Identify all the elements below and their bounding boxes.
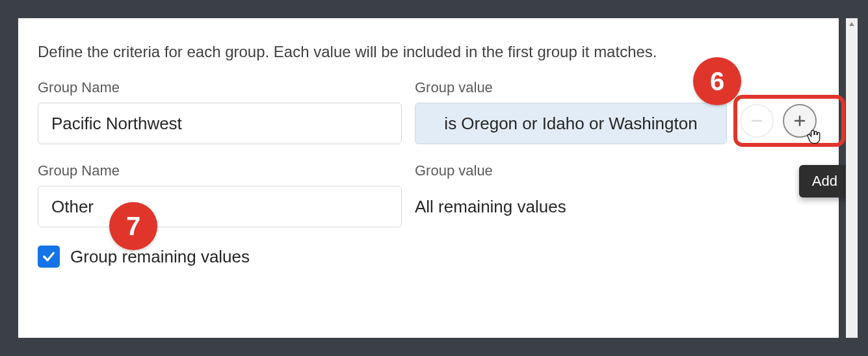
group-remaining-row: Group remaining values xyxy=(38,246,819,268)
instruction-text: Define the criteria for each group. Each… xyxy=(38,43,819,61)
add-tooltip: Add xyxy=(799,165,850,197)
group-name-input[interactable] xyxy=(38,186,402,227)
group-value-pill[interactable]: is Oregon or Idaho or Washington xyxy=(415,103,727,144)
chevron-up-icon xyxy=(848,21,855,27)
group-value-label: Group value xyxy=(415,162,727,179)
group-value-static: All remaining values xyxy=(415,186,727,227)
group-name-column: Group Name xyxy=(38,79,402,144)
group-value-label: Group value xyxy=(415,79,727,96)
annotation-callout-6: 6 xyxy=(693,57,741,105)
svg-marker-3 xyxy=(849,22,854,26)
remove-group-button[interactable] xyxy=(740,104,774,138)
minus-icon xyxy=(749,113,765,129)
group-name-column: Group Name xyxy=(38,162,402,227)
cursor-hand-icon xyxy=(805,127,823,146)
group-value-column: Group value All remaining values xyxy=(415,162,727,227)
scrollbar-up-button[interactable] xyxy=(846,18,858,30)
group-remaining-checkbox[interactable] xyxy=(38,246,60,268)
group-name-input[interactable] xyxy=(38,103,402,144)
group-criteria-panel: Define the criteria for each group. Each… xyxy=(18,18,839,338)
add-group-button[interactable] xyxy=(783,104,817,138)
group-remaining-label: Group remaining values xyxy=(70,247,250,267)
plus-icon xyxy=(792,113,808,129)
annotation-callout-7: 7 xyxy=(109,202,157,250)
group-actions xyxy=(740,79,817,142)
scrollbar[interactable] xyxy=(846,18,858,338)
group-name-label: Group Name xyxy=(38,79,402,96)
group-name-label: Group Name xyxy=(38,162,402,179)
group-value-column: Group value is Oregon or Idaho or Washin… xyxy=(415,79,727,144)
check-icon xyxy=(42,249,56,264)
